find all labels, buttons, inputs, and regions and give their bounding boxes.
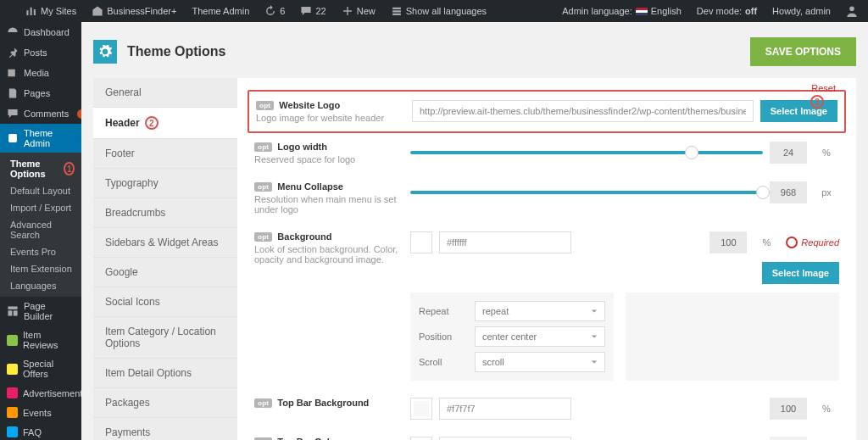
- slider-knob[interactable]: [756, 186, 770, 199]
- badge-logo: opt: [256, 101, 274, 110]
- step-3-badge: 3: [810, 95, 824, 109]
- logo-select-button[interactable]: Select Image: [760, 100, 837, 122]
- submenu-import-export[interactable]: Import / Export: [0, 199, 81, 216]
- tab-sidebars-widget-areas[interactable]: Sidebars & Widget Areas: [93, 228, 237, 258]
- chevron-down-icon: [591, 333, 598, 340]
- badge-topcolor: opt: [254, 437, 272, 441]
- bg-subtable: Repeatrepeat Positioncenter center Scrol…: [410, 292, 614, 381]
- menu-advertisements[interactable]: Advertisements: [0, 383, 81, 403]
- pin-icon: [7, 47, 19, 58]
- tab-item-detail-options[interactable]: Item Detail Options: [93, 359, 237, 388]
- submenu-theme-options[interactable]: Theme Options1: [0, 155, 81, 182]
- tab-social-icons[interactable]: Social Icons: [93, 287, 237, 317]
- comments-count: 22: [315, 6, 326, 16]
- label-bg-title: Background: [277, 231, 331, 242]
- bg-position-select[interactable]: center center: [475, 326, 605, 347]
- menu-page-builder[interactable]: Page Builder: [0, 297, 81, 326]
- tab-google[interactable]: Google: [93, 258, 237, 287]
- submenu-item-extension[interactable]: Item Extension: [0, 260, 81, 277]
- reset-link[interactable]: Reset: [811, 83, 836, 93]
- tab-footer[interactable]: Footer: [93, 139, 237, 169]
- topbg-opacity[interactable]: [770, 398, 807, 420]
- save-options-button[interactable]: SAVE OPTIONS: [750, 37, 856, 66]
- submenu-default-layout[interactable]: Default Layout: [0, 182, 81, 199]
- menu-events[interactable]: Events: [0, 403, 81, 422]
- menucollapse-value[interactable]: [770, 181, 807, 203]
- submenu-events-pro[interactable]: Events Pro: [0, 243, 81, 260]
- menu-item-reviews[interactable]: Item Reviews: [0, 326, 81, 354]
- bg-scroll-label: Scroll: [419, 357, 466, 367]
- comments-icon: [7, 108, 19, 120]
- submenu-theme-options-label: Theme Options: [10, 159, 58, 179]
- bg-repeat-select[interactable]: repeat: [475, 301, 605, 321]
- tab-header[interactable]: Header2: [93, 108, 237, 139]
- my-sites-link[interactable]: My Sites: [20, 5, 81, 17]
- languages-link[interactable]: Show all languages: [386, 5, 492, 17]
- menucollapse-unit: px: [814, 187, 839, 198]
- menu-media-label: Media: [24, 68, 49, 78]
- logo-url-input[interactable]: [412, 100, 754, 122]
- bg-color-swatch[interactable]: [410, 231, 432, 253]
- label-logo-desc: Logo image for website header: [256, 113, 400, 123]
- comments-link[interactable]: 22: [295, 5, 331, 17]
- menu-item-label: Item Reviews: [23, 330, 75, 350]
- badge-logowidth: opt: [254, 142, 272, 152]
- content-area: Theme Options SAVE OPTIONS GeneralHeader…: [81, 22, 868, 440]
- bg-opacity-value[interactable]: [709, 231, 747, 253]
- bg-select-image-button[interactable]: Select Image: [762, 262, 839, 284]
- menu-faq[interactable]: FAQ: [0, 422, 81, 440]
- menu-comments[interactable]: Comments22: [0, 103, 81, 124]
- badge-menucollapse: opt: [254, 182, 272, 192]
- row-topbar-color: optTop Bar Color %: [254, 428, 839, 440]
- avatar-icon[interactable]: [841, 5, 863, 17]
- topbg-input[interactable]: [439, 398, 571, 420]
- label-logowidth-title: Logo width: [277, 142, 327, 152]
- menucollapse-slider[interactable]: [410, 191, 763, 194]
- topbg-unit: %: [814, 404, 839, 414]
- tab-typography[interactable]: Typography: [93, 169, 237, 198]
- devmode-value: off: [745, 6, 757, 16]
- submenu-languages[interactable]: Languages: [0, 277, 81, 294]
- menu-dashboard[interactable]: Dashboard: [0, 22, 81, 42]
- options-panel: GeneralHeader2FooterTypographyBreadcrumb…: [93, 78, 856, 440]
- topcolor-swatch[interactable]: [410, 437, 432, 440]
- menu-media[interactable]: Media: [0, 63, 81, 83]
- menu-special-offers[interactable]: Special Offers: [0, 354, 81, 383]
- menu-theme-admin[interactable]: Theme Admin: [0, 124, 81, 153]
- slider-knob[interactable]: [685, 146, 698, 159]
- site-link[interactable]: BusinessFinder+: [86, 5, 181, 17]
- tab-general[interactable]: General: [93, 78, 237, 108]
- new-label: New: [357, 6, 376, 16]
- bg-repeat-label: Repeat: [419, 306, 466, 316]
- topcolor-opacity[interactable]: [770, 437, 807, 440]
- menu-dashboard-label: Dashboard: [24, 27, 70, 37]
- label-topcolor-title: Top Bar Color: [277, 437, 339, 440]
- bg-color-input[interactable]: [439, 231, 571, 253]
- logowidth-value[interactable]: [770, 142, 807, 164]
- section-link[interactable]: Theme Admin: [186, 6, 254, 16]
- tab-breadcrumbs[interactable]: Breadcrumbs: [93, 198, 237, 228]
- adminlang-value: English: [651, 6, 682, 16]
- updates-link[interactable]: 6: [259, 5, 290, 17]
- logowidth-slider[interactable]: [410, 151, 763, 154]
- topbg-swatch[interactable]: [410, 398, 432, 420]
- admin-menu: Dashboard Posts Media Pages Comments22 T…: [0, 22, 81, 440]
- menu-posts[interactable]: Posts: [0, 42, 81, 63]
- admin-bar: My Sites BusinessFinder+ Theme Admin 6 2…: [0, 0, 868, 22]
- dev-mode[interactable]: Dev mode: off: [692, 6, 762, 16]
- badge-topbg: opt: [254, 398, 272, 408]
- tab-payments[interactable]: Payments: [93, 418, 237, 440]
- menu-comments-count: 22: [77, 109, 81, 119]
- submenu-advanced-search[interactable]: Advanced Search: [0, 216, 81, 243]
- howdy-link[interactable]: Howdy, admin: [767, 6, 836, 16]
- color-icon: [7, 364, 18, 375]
- admin-language[interactable]: Admin language: English: [557, 6, 687, 16]
- tab-item-category-location-options[interactable]: Item Category / Location Options: [93, 317, 237, 359]
- bg-scroll-select[interactable]: scroll: [475, 352, 605, 372]
- new-link[interactable]: New: [337, 5, 381, 17]
- menu-pages[interactable]: Pages: [0, 83, 81, 103]
- label-menucollapse-title: Menu Collapse: [277, 181, 343, 192]
- tab-packages[interactable]: Packages: [93, 388, 237, 418]
- topcolor-input[interactable]: [439, 437, 571, 440]
- label-topbg-title: Top Bar Background: [277, 398, 369, 408]
